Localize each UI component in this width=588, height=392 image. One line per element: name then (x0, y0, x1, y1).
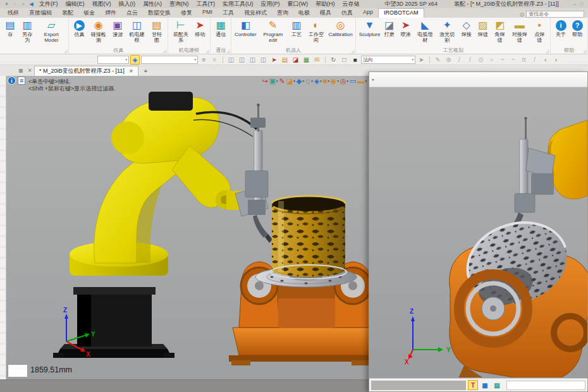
compass-icon[interactable]: ◎▾ (340, 77, 348, 85)
curve-off-icon[interactable]: π (519, 55, 529, 64)
layers-icon[interactable]: ▤ (492, 380, 502, 390)
main-3d-viewport[interactable]: Z Y X i ≣ <单击中键>继续. <Shift +鼠标右键>显示选择过滤器… (6, 76, 369, 379)
back-icon[interactable]: ◀ (27, 1, 35, 7)
spot-weld-button[interactable]: ▪点焊缝 (530, 18, 548, 44)
clipboard-icon[interactable]: □ (340, 55, 349, 64)
ribbon-tab-视觉样式[interactable]: 视觉样式 (239, 8, 272, 18)
arc-additive-button[interactable]: ◣电弧增材 (414, 18, 436, 44)
hand-left-off-icon[interactable]: ◖ (541, 55, 550, 64)
collision-check-button[interactable]: ◉碰撞检测 (87, 18, 109, 44)
gantt-chart-button[interactable]: ▤甘特图 (148, 18, 166, 44)
menu-item-2[interactable]: 视图(V) (89, 0, 115, 8)
pick-filter-icon[interactable]: ◈ (130, 55, 140, 64)
wireframe-mode-icon[interactable]: ◇▾ (305, 77, 313, 85)
sketch-icon[interactable]: ✎ (279, 77, 285, 85)
menu-item-7[interactable]: 实用工具(U) (219, 0, 257, 8)
ribbon-tab-修复[interactable]: 修复 (176, 8, 197, 18)
laser-cutting-button[interactable]: ✦激光切割 (436, 18, 458, 44)
menu-item-1[interactable]: 编辑(E) (62, 0, 89, 8)
ribbon-tab-app[interactable]: App (358, 8, 378, 18)
shade-mode-icon[interactable]: ◆▾ (297, 77, 304, 85)
point-off-icon[interactable]: ⊕ (444, 55, 453, 64)
group-expander-icon[interactable]: ◿ (583, 49, 586, 53)
ribbon-tab-pmi[interactable]: PMI (197, 8, 217, 18)
equals-icon[interactable]: = (19, 1, 27, 7)
simulate-button[interactable]: ▶仿真 (71, 18, 87, 38)
group-expander-icon[interactable]: ◿ (163, 49, 166, 53)
snap-grid-icon[interactable]: ◫ (259, 55, 268, 64)
menu-item-11[interactable]: 云存储 (339, 0, 364, 8)
secondary-window-header[interactable]: ▪ (369, 72, 587, 87)
ribbon-tab-直接编辑[interactable]: 直接编辑 (24, 8, 57, 18)
orient-cube-icon[interactable]: ■▾ (323, 77, 329, 85)
menu-item-9[interactable]: 窗口(W) (284, 0, 312, 8)
search-input[interactable] (526, 11, 584, 18)
walkthrough-button[interactable]: ▣漫游 (109, 18, 126, 38)
snap-midpoint-icon[interactable]: ◫ (237, 55, 247, 64)
ribbon-tab-装配[interactable]: 装配 (57, 8, 78, 18)
sculpture-button[interactable]: ▼Sculpture (358, 18, 381, 38)
3d-scene-right[interactable]: Z Y X (369, 87, 587, 377)
ribbon-tab-点云[interactable]: 点云 (121, 8, 143, 18)
ribbon-tab-模具[interactable]: 模具 (315, 8, 336, 18)
spinner-icon[interactable]: ◌ (11, 1, 19, 7)
info-icon[interactable]: i (8, 77, 16, 85)
group-expander-icon[interactable]: ◿ (352, 49, 355, 53)
exit-environment-icon[interactable]: ↪ (262, 77, 267, 85)
config-combo[interactable]: ▾ (97, 56, 129, 64)
line-off-icon[interactable]: / (455, 55, 464, 64)
menu-item-10[interactable]: 帮助(H) (312, 0, 339, 8)
ribbon-tab-电极[interactable]: 电极 (293, 8, 315, 18)
ribbon-tab-工具[interactable]: 工具 (217, 8, 239, 18)
assembly-relation-button[interactable]: ⊢装配关系 (170, 18, 192, 44)
welding-button[interactable]: ◇焊接 (458, 18, 475, 38)
ribbon-tab-irobotcam[interactable]: IROBOTCAM (378, 8, 424, 18)
appearance-icon[interactable]: ◪▾ (286, 77, 295, 85)
ribbon-tab-数据交换[interactable]: 数据交换 (143, 8, 176, 18)
circle-off-icon[interactable]: ○ (487, 55, 496, 64)
close-panel-icon[interactable]: ✕ (25, 66, 34, 75)
export-model-button[interactable]: ▱Export Model (36, 18, 66, 44)
work-space-button[interactable]: ◐工作空间 (305, 18, 328, 44)
ribbon-tab-钣金[interactable]: 钣金 (78, 8, 100, 18)
stop-icon[interactable]: ■ (350, 55, 360, 64)
save-as-button[interactable]: ▥另存为 (18, 18, 36, 44)
ribbon-tab-线框[interactable]: 线框 (3, 8, 24, 18)
group-expander-icon[interactable]: ◿ (227, 49, 230, 53)
communication-button[interactable]: ▦通信 (212, 18, 229, 38)
notes-icon[interactable]: ▤ (280, 55, 290, 64)
fillet-weld-button[interactable]: ◩角焊缝 (491, 18, 509, 44)
mini-input-box[interactable] (8, 364, 28, 377)
save-button[interactable]: ▤存 (2, 18, 18, 38)
circle-center-off-icon[interactable]: ⊙ (476, 55, 486, 64)
flag-icon[interactable]: ➤ (417, 55, 426, 64)
history-icon[interactable]: ↻ (329, 55, 338, 64)
image-icon[interactable]: ▦ (302, 55, 311, 64)
ruler-icon[interactable]: ▬▾ (357, 77, 367, 85)
menu-item-0[interactable]: 文件(F) (35, 0, 62, 8)
tab-close-icon[interactable]: ✕ (129, 68, 133, 74)
controller-button[interactable]: ◧Controller (233, 18, 257, 38)
display-icon[interactable]: ▦ (480, 380, 490, 390)
group-expander-icon[interactable]: ◿ (64, 49, 68, 53)
minimize-icon[interactable]: – (573, 1, 576, 7)
pointer-icon[interactable]: ➤ (269, 55, 279, 64)
folder-icon[interactable]: ◪ (291, 55, 300, 64)
menu-item-5[interactable]: 查询(N) (166, 0, 193, 8)
help-button[interactable]: ?帮助 (569, 18, 585, 38)
menu-item-3[interactable]: 插入(I) (115, 0, 140, 8)
list-icon[interactable]: ≡ (199, 55, 209, 64)
new-tab-button[interactable]: + (138, 68, 154, 76)
zoom-window-icon[interactable]: ▭ (350, 77, 356, 85)
view-manager-icon[interactable]: ▣▾ (269, 77, 278, 85)
visual-style-icon[interactable]: ◈▾ (314, 77, 322, 85)
secondary-3d-viewport[interactable]: Z Y X (369, 87, 587, 378)
pencil-off-icon[interactable]: ✎ (433, 55, 443, 64)
filter-combo[interactable]: ▾ (141, 56, 198, 64)
render-options-icon[interactable]: ◉▾ (331, 77, 339, 85)
ribbon-tab-焊件[interactable]: 焊件 (100, 8, 121, 18)
arc-off-icon[interactable]: ~ (498, 55, 507, 64)
group-expander-icon[interactable]: ◿ (206, 49, 209, 53)
3d-scene-left[interactable]: Z Y X (6, 76, 369, 379)
line2-off-icon[interactable]: / (465, 55, 475, 64)
